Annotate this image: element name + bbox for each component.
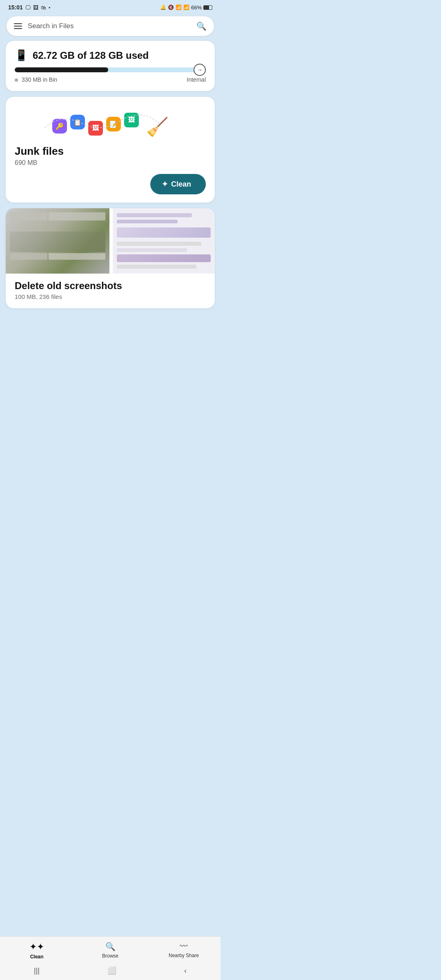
screenshot-thumb-left <box>6 208 109 274</box>
junk-size: 690 MB <box>15 159 206 167</box>
storage-progress-bg <box>15 67 206 72</box>
content-area: 📱 62.72 GB of 128 GB used → 330 MB in Bi… <box>0 41 220 361</box>
bin-dot <box>15 78 18 82</box>
screenshot-thumb-right <box>113 208 215 274</box>
storage-device-icon: 📱 <box>15 49 28 62</box>
wifi-icon: 📶 <box>176 4 182 10</box>
screenshots-meta: 100 MB, 236 files <box>15 293 206 300</box>
storage-progress-wrap: → <box>15 67 206 72</box>
storage-title: 62.72 GB of 128 GB used <box>33 50 149 61</box>
dot-indicator: ● <box>49 6 51 9</box>
screenshots-title: Delete old screenshots <box>15 280 206 292</box>
clean-button[interactable]: ✦ Clean <box>150 174 206 194</box>
storage-header: 📱 62.72 GB of 128 GB used <box>15 49 206 62</box>
battery-bar <box>203 5 212 10</box>
broom-wrap: 🧹 <box>146 116 169 138</box>
screenshots-info: Delete old screenshots 100 MB, 236 files <box>6 280 215 300</box>
junk-icon-red: 🖼 <box>88 121 103 136</box>
sparkle-icon: ✦ <box>162 180 168 189</box>
battery-percent: 66% <box>191 4 202 11</box>
status-time: 15:01 <box>8 4 23 11</box>
junk-animation: 🔑 📋 🖼 📝 🖼 🧹 <box>15 105 206 138</box>
status-left: 15:01 🖵 🖼 🛍 ● <box>8 4 51 11</box>
bin-info: 330 MB in Bin <box>15 76 57 83</box>
broom-icon: 🧹 <box>146 116 169 138</box>
screenshots-images <box>6 208 215 274</box>
bag-icon: 🛍 <box>41 4 46 11</box>
junk-icon-yellow: 📝 <box>106 117 121 131</box>
signal-icon: 📶 <box>183 4 189 10</box>
search-bar[interactable]: Search in Files 🔍 <box>7 16 214 36</box>
storage-arrow-btn[interactable]: → <box>194 64 206 76</box>
phone-icon: 🖵 <box>25 4 31 11</box>
storage-footer: 330 MB in Bin Internal <box>15 76 206 83</box>
junk-icon-blue: 📋 <box>70 115 85 129</box>
mute-icon: 🔇 <box>168 4 174 10</box>
storage-location: Internal <box>187 76 206 83</box>
hamburger-icon[interactable] <box>14 23 22 29</box>
status-right: 🔔 🔇 📶 📶 66% <box>160 4 212 11</box>
storage-progress-fill <box>15 67 108 72</box>
image-icon: 🖼 <box>33 4 38 11</box>
junk-icon-green: 🖼 <box>124 113 139 127</box>
search-placeholder: Search in Files <box>28 22 193 30</box>
alarm-icon: 🔔 <box>160 4 166 10</box>
junk-files-card: 🔑 📋 🖼 📝 🖼 🧹 Junk files 690 MB ✦ Clean <box>6 97 215 203</box>
screenshots-card[interactable]: Delete old screenshots 100 MB, 236 files <box>6 208 215 308</box>
clean-button-label: Clean <box>171 180 191 189</box>
search-icon[interactable]: 🔍 <box>196 21 207 31</box>
junk-icon-purple: 🔑 <box>52 119 67 134</box>
storage-card: 📱 62.72 GB of 128 GB used → 330 MB in Bi… <box>6 41 215 91</box>
status-bar: 15:01 🖵 🖼 🛍 ● 🔔 🔇 📶 📶 66% <box>0 0 220 13</box>
junk-title: Junk files <box>15 145 206 158</box>
search-bar-wrap: Search in Files 🔍 <box>0 13 220 41</box>
